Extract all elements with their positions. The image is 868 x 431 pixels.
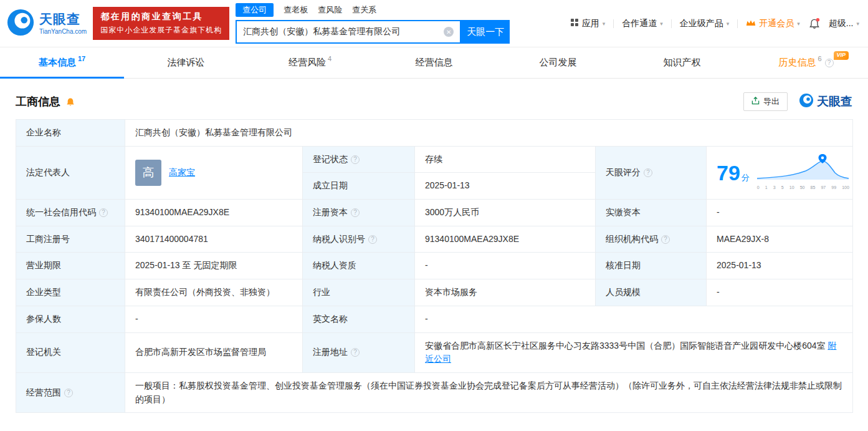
legal-rep-link[interactable]: 高家宝 — [169, 166, 195, 180]
top-header: 天眼查 TianYanCha.com 都在用的商业查询工具 国家中小企业发展子基… — [0, 0, 868, 47]
field-label-est-date: 成立日期 — [303, 173, 415, 200]
table-row: 企业类型 有限责任公司（外商投资、非独资） 行业 资本市场服务 人员规模 - — [16, 279, 853, 306]
est-date-value: 2025-01-13 — [415, 173, 596, 200]
score-value: 79分 — [717, 157, 750, 190]
field-label-reg-capital: 注册资本? — [303, 200, 415, 226]
tab-operating-risk[interactable]: 经营风险 4 — [248, 47, 372, 78]
table-row: 参保人数 - 英文名称 - — [16, 306, 853, 332]
tab-label: 历史信息 — [778, 57, 816, 69]
table-row: 法定代表人 高 高家宝 登记状态? 存续 天眼评分? 79分 — [16, 146, 853, 173]
help-icon[interactable]: ? — [825, 59, 834, 67]
tianyancha-logo[interactable]: 天眼查 TianYanCha.com — [6, 8, 87, 39]
tab-legal-proceedings[interactable]: 法律诉讼 — [124, 47, 248, 78]
nav-enterprise-products[interactable]: 企业级产品 ▾ — [680, 18, 730, 29]
address-value: 安徽省合肥市高新区长宁社区服务中心习友路3333号中国（合肥）国际智能语音产业园… — [425, 341, 826, 351]
field-label-taxpayer-quality: 纳税人资质 — [303, 253, 415, 279]
tab-label: 法律诉讼 — [168, 57, 205, 69]
promo-line1: 都在用的商业查询工具 — [100, 11, 222, 22]
tab-business-info[interactable]: 经营信息 — [372, 47, 496, 78]
help-icon[interactable]: ? — [368, 235, 377, 244]
field-label-approval-date: 核准日期 — [596, 253, 707, 279]
grid-icon — [570, 18, 579, 29]
nav-super-vip[interactable]: 超级... ▾ — [829, 18, 859, 29]
field-label-staff-size: 人员规模 — [596, 279, 707, 306]
nav-apps-label: 应用 — [582, 18, 599, 29]
tab-label: 经营风险 — [289, 57, 326, 69]
tab-intellectual-property[interactable]: 知识产权 — [620, 47, 744, 78]
help-icon[interactable]: ? — [64, 389, 73, 397]
legal-rep-avatar[interactable]: 高 — [135, 160, 161, 186]
company-tabs-bar: 基本信息 17 法律诉讼 经营风险 4 经营信息 公司发展 知识产权 历史信息 … — [0, 47, 868, 79]
tab-label: 基本信息 — [39, 57, 76, 69]
staff-size-value: - — [707, 279, 853, 306]
tianyancha-watermark-logo[interactable]: 天眼查 — [799, 93, 852, 110]
brand-name: 天眼查 — [39, 12, 87, 26]
table-row: 登记机关 合肥市高新开发区市场监督管理局 注册地址? 安徽省合肥市高新区长宁社区… — [16, 332, 853, 372]
tab-label: 经营信息 — [416, 57, 453, 69]
field-label-score: 天眼评分? — [596, 146, 707, 199]
table-row: 工商注册号 340171400004781 纳税人识别号? 91340100MA… — [16, 226, 853, 253]
field-label-credit-code: 统一社会信用代码? — [16, 200, 125, 226]
nav-open-membership[interactable]: 开通会员 ▾ — [746, 18, 800, 29]
field-label-org-code: 组织机构代码? — [596, 226, 707, 253]
notification-bell-icon[interactable] — [808, 17, 821, 31]
chevron-down-icon: ▾ — [856, 21, 859, 27]
subscribe-bell-icon[interactable] — [65, 97, 75, 107]
clear-icon[interactable]: ✕ — [444, 27, 454, 37]
help-icon[interactable]: ? — [351, 208, 360, 217]
field-label-reg-number: 工商注册号 — [16, 226, 125, 253]
page: 天眼查 TianYanCha.com 都在用的商业查询工具 国家中小企业发展子基… — [0, 0, 868, 431]
help-icon[interactable]: ? — [644, 168, 652, 177]
brand-domain: TianYanCha.com — [39, 28, 87, 35]
chevron-down-icon: ▾ — [660, 21, 663, 27]
nav-apps[interactable]: 应用 ▾ — [570, 18, 606, 29]
vip-badge: VIP — [834, 51, 849, 60]
score-chart-axis: 01351050859799100 — [756, 185, 851, 191]
nav-partner-channel[interactable]: 合作通道 ▾ — [622, 18, 663, 29]
industry-value: 资本市场服务 — [415, 279, 596, 306]
english-name-value: - — [415, 306, 853, 332]
divider — [737, 19, 738, 28]
org-code-value: MAEA29JX-8 — [707, 226, 853, 253]
search-tab-company[interactable]: 查公司 — [236, 3, 274, 17]
divider — [671, 19, 672, 28]
search-button[interactable]: 天眼一下 — [461, 20, 510, 44]
tab-history-info[interactable]: 历史信息 6 ? VIP — [744, 47, 868, 78]
paid-capital-value: - — [707, 200, 853, 226]
chevron-down-icon: ▾ — [603, 21, 606, 27]
help-icon[interactable]: ? — [99, 208, 108, 217]
chevron-down-icon: ▾ — [727, 21, 730, 27]
search-tabs: 查公司 查老板 查风险 查关系 — [236, 3, 510, 17]
chevron-down-icon: ▾ — [797, 21, 800, 27]
reg-authority-value: 合肥市高新开发区市场监督管理局 — [125, 332, 303, 372]
table-row: 统一社会信用代码? 91340100MAEA29JX8E 注册资本? 3000万… — [16, 200, 853, 226]
help-icon[interactable]: ? — [351, 348, 360, 357]
search-area: 查公司 查老板 查风险 查关系 ✕ 天眼一下 — [236, 3, 510, 44]
top-nav: 应用 ▾ 合作通道 ▾ 企业级产品 ▾ 开通会员 ▾ — [570, 17, 859, 31]
reg-capital-value: 3000万人民币 — [415, 200, 596, 226]
search-tab-relation[interactable]: 查关系 — [352, 4, 376, 16]
table-row: 经营范围? 一般项目：私募股权投资基金管理、创业投资基金管理服务（须在中国证券投… — [16, 372, 853, 412]
reg-status-value: 存续 — [415, 146, 596, 173]
export-button[interactable]: 导出 — [743, 92, 788, 111]
search-input[interactable] — [237, 27, 444, 37]
help-icon[interactable]: ? — [661, 235, 670, 244]
nav-enterprise-label: 企业级产品 — [680, 18, 723, 29]
promo-line2: 国家中小企业发展子基金旗下机构 — [100, 25, 222, 36]
legal-rep-cell: 高 高家宝 — [125, 146, 303, 199]
help-icon[interactable]: ? — [351, 155, 360, 164]
field-label-insured-count: 参保人数 — [16, 306, 125, 332]
tab-company-development[interactable]: 公司发展 — [496, 47, 620, 78]
business-info-table: 企业名称 汇商共创（安徽）私募基金管理有限公司 法定代表人 高 高家宝 登记状态… — [16, 119, 853, 413]
tab-basic-info[interactable]: 基本信息 17 — [0, 47, 124, 78]
insured-count-value: - — [125, 306, 303, 332]
field-label-address: 注册地址? — [303, 332, 415, 372]
search-tab-boss[interactable]: 查老板 — [284, 4, 308, 16]
field-label-reg-authority: 登记机关 — [16, 332, 125, 372]
address-cell: 安徽省合肥市高新区长宁社区服务中心习友路3333号中国（合肥）国际智能语音产业园… — [415, 332, 853, 372]
search-tab-risk[interactable]: 查风险 — [318, 4, 342, 16]
company-name-value: 汇商共创（安徽）私募基金管理有限公司 — [125, 120, 853, 147]
tianyancha-logo-icon — [799, 93, 814, 110]
promo-banner[interactable]: 都在用的商业查询工具 国家中小企业发展子基金旗下机构 — [93, 7, 229, 40]
tab-label: 公司发展 — [540, 57, 577, 69]
